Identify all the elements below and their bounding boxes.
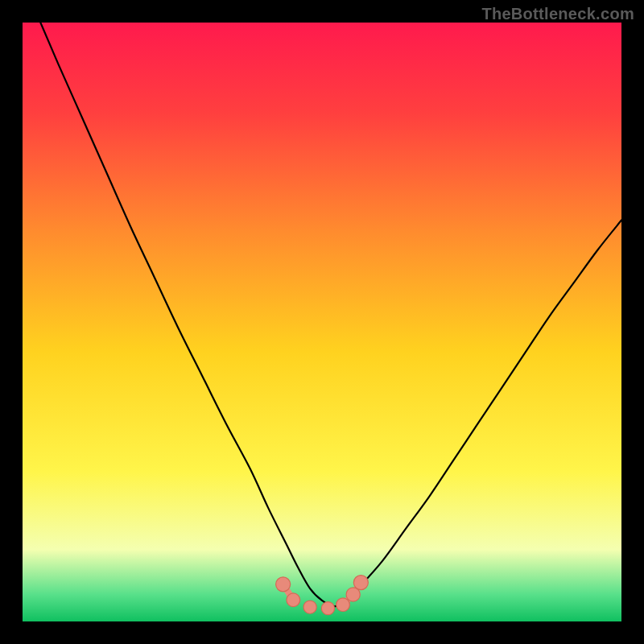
bottleneck-chart: [23, 23, 621, 621]
svg-point-3: [276, 577, 291, 592]
svg-point-6: [321, 602, 334, 615]
svg-point-9: [353, 576, 368, 590]
watermark-label: TheBottleneck.com: [481, 5, 634, 23]
gradient-background: [23, 23, 621, 621]
svg-point-7: [336, 598, 350, 612]
svg-point-5: [303, 601, 316, 613]
chart-plot-area: [23, 23, 621, 621]
svg-point-4: [287, 593, 300, 607]
chart-frame: TheBottleneck.com: [0, 0, 644, 644]
